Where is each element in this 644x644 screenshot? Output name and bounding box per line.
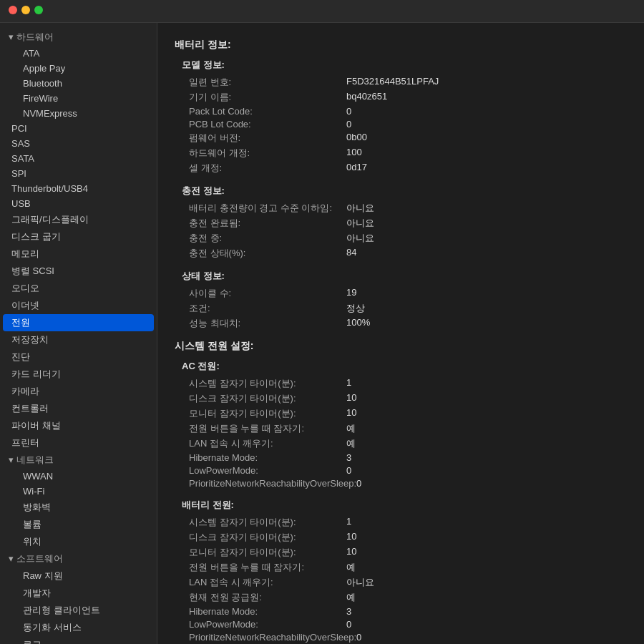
info-label: 전원 버튼을 누를 때 잠자기: (189, 422, 346, 435)
info-value: 아니요 (346, 217, 374, 230)
info-label: 성능 최대치: (189, 317, 346, 330)
info-value: 0d17 (346, 162, 367, 175)
info-label: 모니터 잠자기 타이머(분): (189, 407, 346, 420)
battery-info-title: 배터리 정보: (175, 39, 627, 52)
sidebar-item-wifi[interactable]: Wi-Fi (0, 484, 157, 499)
minimize-button[interactable] (21, 6, 30, 14)
info-row: LAN 접속 시 깨우기:아니요 (189, 576, 627, 589)
close-button[interactable] (9, 6, 17, 14)
info-label: PCB Lot Code: (189, 119, 346, 130)
info-row: 펌웨어 버전:0b00 (189, 132, 627, 145)
info-value: 아니요 (346, 232, 374, 245)
info-label: 디스크 잠자기 타이머(분): (189, 392, 346, 405)
sidebar-item-audio[interactable]: 오디오 (0, 280, 157, 297)
info-label: 충전 완료됨: (189, 217, 346, 230)
sidebar-item-sata[interactable]: SATA (0, 151, 157, 166)
sidebar-item-bluetooth[interactable]: Bluetooth (0, 76, 157, 91)
info-row: PCB Lot Code:0 (189, 119, 627, 130)
sidebar-item-pci[interactable]: PCI (0, 121, 157, 136)
window-controls[interactable] (9, 6, 43, 14)
sidebar-item-log[interactable]: 로그 (0, 636, 157, 644)
sidebar-item-storage[interactable]: 저장장치 (0, 331, 157, 348)
info-row: Hibernate Mode:3 (189, 452, 627, 463)
battery-power-group: 배터리 전원:시스템 잠자기 타이머(분):1디스크 잠자기 타이머(분):10… (175, 499, 627, 643)
sidebar-item-printer[interactable]: 프린터 (0, 434, 157, 452)
sidebar-item-ethernet[interactable]: 이더넷 (0, 297, 157, 314)
sidebar-item-raw[interactable]: Raw 지원 (0, 567, 157, 585)
sidebar-item-volume[interactable]: 볼륨 (0, 516, 157, 533)
info-label: 모니터 잠자기 타이머(분): (189, 546, 346, 559)
info-label: 일련 번호: (189, 76, 346, 89)
info-row: 디스크 잠자기 타이머(분):10 (189, 392, 627, 405)
info-row: 시스템 잠자기 타이머(분):1 (189, 516, 627, 529)
sidebar-item-wwan[interactable]: WWAN (0, 469, 157, 484)
info-value: 정상 (346, 302, 365, 315)
sidebar-item-disk[interactable]: 디스크 굽기 (0, 228, 157, 245)
info-row: PrioritizeNetworkReachabilityOverSleep:0 (189, 632, 627, 643)
sidebar-item-ata[interactable]: ATA (0, 46, 157, 61)
info-row: 배터리 충전량이 경고 수준 이하임:아니요 (189, 202, 627, 215)
sidebar-item-sas[interactable]: SAS (0, 136, 157, 151)
info-label: 펌웨어 버전: (189, 132, 346, 145)
info-label: 배터리 충전량이 경고 수준 이하임: (189, 202, 346, 215)
power-settings-title: 시스템 전원 설정: (175, 340, 627, 353)
info-label: Hibernate Mode: (189, 606, 346, 617)
sidebar-item-camera[interactable]: 카메라 (0, 383, 157, 400)
sidebar-item-software-header[interactable]: ▾ 소프트웨어 (0, 550, 157, 567)
sidebar-item-diagnosis[interactable]: 진단 (0, 348, 157, 366)
info-row: 시스템 잠자기 타이머(분):1 (189, 377, 627, 390)
info-row: 성능 최대치:100% (189, 317, 627, 330)
sidebar-item-spi[interactable]: SPI (0, 166, 157, 181)
info-value: F5D321644B51LPFAJ (346, 76, 439, 89)
info-label: 현재 전원 공급원: (189, 591, 346, 604)
info-label: 충전 중: (189, 232, 346, 245)
charge-info-subtitle: 충전 정보: (182, 185, 627, 197)
sidebar-item-usb[interactable]: USB (0, 196, 157, 211)
info-value: 예 (346, 561, 356, 574)
main-content: ▾ 하드웨어ATAApple PayBluetoothFireWireNVMEx… (0, 23, 644, 644)
sidebar-item-nvmexpress[interactable]: NVMExpress (0, 106, 157, 121)
info-value: 예 (346, 437, 356, 450)
sidebar-item-controller[interactable]: 컨트롤러 (0, 400, 157, 417)
info-value: 10 (346, 531, 356, 544)
sidebar-item-firewall[interactable]: 방화벽 (0, 499, 157, 516)
info-row: 조건:정상 (189, 302, 627, 315)
sidebar-item-thunderbolt[interactable]: Thunderbolt/USB4 (0, 181, 157, 196)
sidebar-item-cardreader[interactable]: 카드 리더기 (0, 366, 157, 383)
sidebar-item-applepay[interactable]: Apple Pay (0, 61, 157, 76)
sidebar-item-firewire[interactable]: FireWire (0, 91, 157, 106)
info-label: LowPowerMode: (189, 465, 346, 476)
info-row: LowPowerMode:0 (189, 465, 627, 476)
info-label: PrioritizeNetworkReachabilityOverSleep: (189, 632, 356, 643)
maximize-button[interactable] (34, 6, 43, 14)
sidebar-item-developer[interactable]: 개발자 (0, 585, 157, 602)
info-row: 충전 상태(%):84 (189, 247, 627, 260)
info-value: 3 (346, 606, 351, 617)
sidebar: ▾ 하드웨어ATAApple PayBluetoothFireWireNVMEx… (0, 23, 157, 644)
detail-panel: 배터리 정보:모델 정보:일련 번호:F5D321644B51LPFAJ기기 이… (157, 23, 644, 644)
battery-power-subtitle: 배터리 전원: (182, 499, 627, 512)
sidebar-item-scsi[interactable]: 병렬 SCSI (0, 263, 157, 280)
info-label: 충전 상태(%): (189, 247, 346, 260)
info-label: 하드웨어 개정: (189, 147, 346, 160)
sidebar-item-memory[interactable]: 메모리 (0, 245, 157, 263)
sidebar-item-fiberchannel[interactable]: 파이버 채널 (0, 417, 157, 434)
info-label: 사이클 수: (189, 287, 346, 300)
info-row: LowPowerMode:0 (189, 619, 627, 630)
info-row: Hibernate Mode:3 (189, 606, 627, 617)
info-value: 10 (346, 392, 356, 405)
info-value: 0 (346, 465, 351, 476)
sidebar-item-mgmtclient[interactable]: 관리형 클라이언트 (0, 602, 157, 619)
sidebar-item-network-header[interactable]: ▾ 네트워크 (0, 452, 157, 469)
info-row: 하드웨어 개정:100 (189, 147, 627, 160)
sidebar-item-graphics[interactable]: 그래픽/디스플레이 (0, 211, 157, 228)
sidebar-item-power[interactable]: 전원 (3, 314, 154, 331)
info-row: LAN 접속 시 깨우기:예 (189, 437, 627, 450)
sidebar-item-hardware-header[interactable]: ▾ 하드웨어 (0, 29, 157, 46)
charge-info-group: 충전 정보:배터리 충전량이 경고 수준 이하임:아니요충전 완료됨:아니요충전… (175, 185, 627, 260)
info-value: 100 (346, 147, 362, 160)
sidebar-item-syncservice[interactable]: 동기화 서비스 (0, 619, 157, 636)
info-row: 기기 이름:bq40z651 (189, 91, 627, 104)
sidebar-item-location[interactable]: 위치 (0, 533, 157, 550)
info-value: 1 (346, 516, 351, 529)
